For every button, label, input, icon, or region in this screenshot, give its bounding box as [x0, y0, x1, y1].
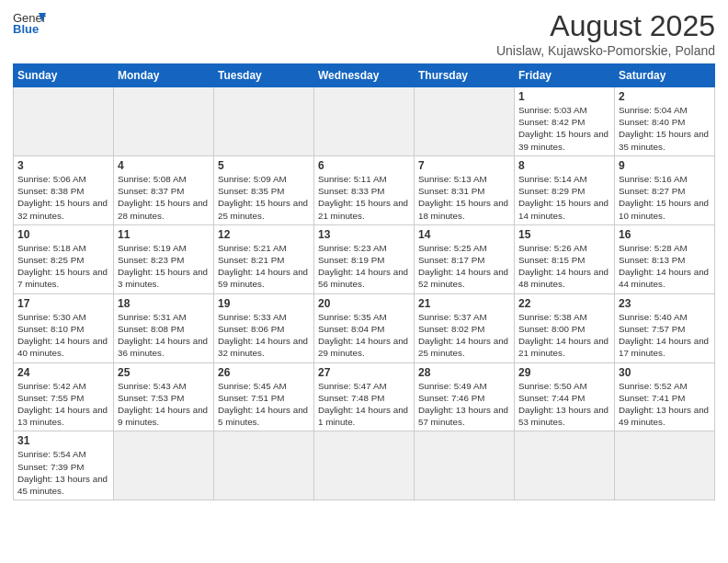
day-number: 25 [118, 366, 210, 379]
day-info: Sunrise: 5:42 AM Sunset: 7:55 PM Dayligh… [17, 380, 109, 429]
day-info: Sunrise: 5:40 AM Sunset: 7:57 PM Dayligh… [619, 311, 711, 360]
day-number: 12 [218, 228, 310, 241]
table-row [415, 87, 515, 156]
day-info: Sunrise: 5:49 AM Sunset: 7:46 PM Dayligh… [418, 380, 510, 429]
table-row [314, 87, 415, 156]
generalblue-logo-icon: General Blue [13, 9, 46, 35]
month-year-title: August 2025 [496, 9, 715, 43]
calendar-header-row: Sunday Monday Tuesday Wednesday Thursday… [14, 64, 715, 87]
day-info: Sunrise: 5:52 AM Sunset: 7:41 PM Dayligh… [619, 380, 711, 429]
day-number: 23 [619, 297, 711, 310]
col-monday: Monday [114, 64, 214, 87]
table-row: 22Sunrise: 5:38 AM Sunset: 8:00 PM Dayli… [515, 293, 615, 362]
day-info: Sunrise: 5:45 AM Sunset: 7:51 PM Dayligh… [218, 380, 310, 429]
day-info: Sunrise: 5:11 AM Sunset: 8:33 PM Dayligh… [318, 173, 410, 222]
day-info: Sunrise: 5:54 AM Sunset: 7:39 PM Dayligh… [17, 448, 109, 497]
table-row: 16Sunrise: 5:28 AM Sunset: 8:13 PM Dayli… [615, 224, 715, 293]
table-row: 1Sunrise: 5:03 AM Sunset: 8:42 PM Daylig… [515, 87, 615, 156]
table-row: 12Sunrise: 5:21 AM Sunset: 8:21 PM Dayli… [214, 224, 314, 293]
table-row: 24Sunrise: 5:42 AM Sunset: 7:55 PM Dayli… [14, 362, 114, 431]
day-number: 11 [118, 228, 210, 241]
table-row: 7Sunrise: 5:13 AM Sunset: 8:31 PM Daylig… [415, 155, 515, 224]
day-number: 14 [418, 228, 510, 241]
table-row: 18Sunrise: 5:31 AM Sunset: 8:08 PM Dayli… [114, 293, 214, 362]
table-row: 6Sunrise: 5:11 AM Sunset: 8:33 PM Daylig… [314, 155, 415, 224]
day-info: Sunrise: 5:16 AM Sunset: 8:27 PM Dayligh… [619, 173, 711, 222]
day-number: 19 [218, 297, 310, 310]
table-row: 25Sunrise: 5:43 AM Sunset: 7:53 PM Dayli… [114, 362, 214, 431]
day-number: 1 [518, 90, 610, 103]
table-row [515, 431, 615, 500]
day-info: Sunrise: 5:06 AM Sunset: 8:38 PM Dayligh… [17, 173, 109, 222]
day-info: Sunrise: 5:37 AM Sunset: 8:02 PM Dayligh… [418, 311, 510, 360]
day-info: Sunrise: 5:35 AM Sunset: 8:04 PM Dayligh… [318, 311, 410, 360]
day-info: Sunrise: 5:18 AM Sunset: 8:25 PM Dayligh… [17, 242, 109, 291]
day-number: 5 [218, 159, 310, 172]
table-row: 21Sunrise: 5:37 AM Sunset: 8:02 PM Dayli… [415, 293, 515, 362]
col-thursday: Thursday [415, 64, 515, 87]
table-row [415, 431, 515, 500]
day-info: Sunrise: 5:09 AM Sunset: 8:35 PM Dayligh… [218, 173, 310, 222]
table-row [214, 431, 314, 500]
table-row: 19Sunrise: 5:33 AM Sunset: 8:06 PM Dayli… [214, 293, 314, 362]
day-number: 8 [518, 159, 610, 172]
table-row: 4Sunrise: 5:08 AM Sunset: 8:37 PM Daylig… [114, 155, 214, 224]
day-number: 9 [619, 159, 711, 172]
table-row: 10Sunrise: 5:18 AM Sunset: 8:25 PM Dayli… [14, 224, 114, 293]
day-number: 28 [418, 366, 510, 379]
day-info: Sunrise: 5:50 AM Sunset: 7:44 PM Dayligh… [518, 380, 610, 429]
day-info: Sunrise: 5:30 AM Sunset: 8:10 PM Dayligh… [17, 311, 109, 360]
day-info: Sunrise: 5:26 AM Sunset: 8:15 PM Dayligh… [518, 242, 610, 291]
day-number: 7 [418, 159, 510, 172]
day-info: Sunrise: 5:25 AM Sunset: 8:17 PM Dayligh… [418, 242, 510, 291]
col-sunday: Sunday [14, 64, 114, 87]
day-number: 2 [619, 90, 711, 103]
page: General Blue August 2025 Unislaw, Kujaws… [0, 0, 728, 563]
title-block: August 2025 Unislaw, Kujawsko-Pomorskie,… [496, 9, 715, 58]
day-info: Sunrise: 5:08 AM Sunset: 8:37 PM Dayligh… [118, 173, 210, 222]
logo: General Blue [13, 9, 46, 35]
day-number: 6 [318, 159, 410, 172]
day-number: 29 [518, 366, 610, 379]
day-info: Sunrise: 5:14 AM Sunset: 8:29 PM Dayligh… [518, 173, 610, 222]
day-number: 24 [17, 366, 109, 379]
table-row: 27Sunrise: 5:47 AM Sunset: 7:48 PM Dayli… [314, 362, 415, 431]
day-info: Sunrise: 5:33 AM Sunset: 8:06 PM Dayligh… [218, 311, 310, 360]
calendar-table: Sunday Monday Tuesday Wednesday Thursday… [13, 63, 715, 500]
table-row: 8Sunrise: 5:14 AM Sunset: 8:29 PM Daylig… [515, 155, 615, 224]
svg-text:Blue: Blue [13, 22, 39, 35]
day-info: Sunrise: 5:31 AM Sunset: 8:08 PM Dayligh… [118, 311, 210, 360]
table-row: 20Sunrise: 5:35 AM Sunset: 8:04 PM Dayli… [314, 293, 415, 362]
table-row: 26Sunrise: 5:45 AM Sunset: 7:51 PM Dayli… [214, 362, 314, 431]
col-tuesday: Tuesday [214, 64, 314, 87]
day-info: Sunrise: 5:19 AM Sunset: 8:23 PM Dayligh… [118, 242, 210, 291]
day-number: 22 [518, 297, 610, 310]
table-row: 17Sunrise: 5:30 AM Sunset: 8:10 PM Dayli… [14, 293, 114, 362]
header: General Blue August 2025 Unislaw, Kujaws… [13, 9, 715, 58]
day-info: Sunrise: 5:43 AM Sunset: 7:53 PM Dayligh… [118, 380, 210, 429]
table-row [114, 87, 214, 156]
table-row: 13Sunrise: 5:23 AM Sunset: 8:19 PM Dayli… [314, 224, 415, 293]
table-row: 14Sunrise: 5:25 AM Sunset: 8:17 PM Dayli… [415, 224, 515, 293]
day-number: 13 [318, 228, 410, 241]
table-row [114, 431, 214, 500]
day-number: 27 [318, 366, 410, 379]
table-row: 29Sunrise: 5:50 AM Sunset: 7:44 PM Dayli… [515, 362, 615, 431]
day-info: Sunrise: 5:47 AM Sunset: 7:48 PM Dayligh… [318, 380, 410, 429]
table-row: 2Sunrise: 5:04 AM Sunset: 8:40 PM Daylig… [615, 87, 715, 156]
day-info: Sunrise: 5:04 AM Sunset: 8:40 PM Dayligh… [619, 104, 711, 153]
day-info: Sunrise: 5:38 AM Sunset: 8:00 PM Dayligh… [518, 311, 610, 360]
col-friday: Friday [515, 64, 615, 87]
day-number: 20 [318, 297, 410, 310]
day-number: 31 [17, 434, 109, 447]
table-row: 28Sunrise: 5:49 AM Sunset: 7:46 PM Dayli… [415, 362, 515, 431]
table-row: 31Sunrise: 5:54 AM Sunset: 7:39 PM Dayli… [14, 431, 114, 500]
col-wednesday: Wednesday [314, 64, 415, 87]
table-row [214, 87, 314, 156]
table-row [615, 431, 715, 500]
day-number: 26 [218, 366, 310, 379]
table-row [14, 87, 114, 156]
day-number: 17 [17, 297, 109, 310]
day-number: 18 [118, 297, 210, 310]
table-row: 30Sunrise: 5:52 AM Sunset: 7:41 PM Dayli… [615, 362, 715, 431]
